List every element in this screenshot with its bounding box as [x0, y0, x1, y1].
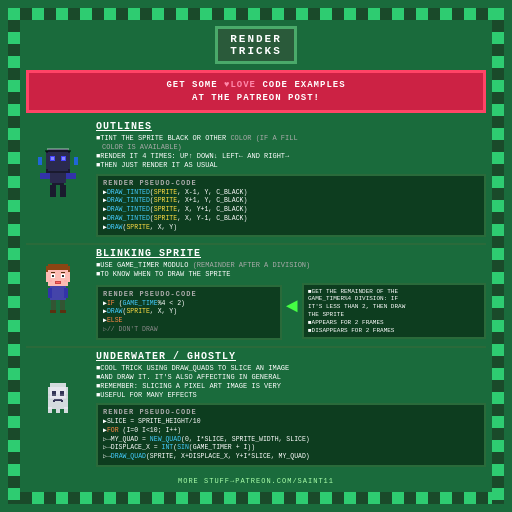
bullet-text: ■REMEMBER: SLICING A PIXEL ART IMAGE IS … — [96, 382, 281, 391]
code-right-text: THE SPRITE — [308, 311, 480, 319]
underwater-section: UNDERWATER / GHOSTLY ■COOL TRICK USING D… — [26, 351, 486, 467]
code-heading: RENDER PSEUDO-CODE — [103, 179, 479, 187]
code-line: ▶DRAW_TINTED(SPRITE, X, Y+1, C_BLACK) — [103, 206, 479, 215]
outer-border: RENDER TRICKS GET SOME ♥LOVE CODE EXAMPL… — [0, 0, 512, 512]
bullet-item: ■COOL TRICK USING DRAW_QUADS TO SLICE AN… — [96, 364, 486, 373]
bullet-item: ■USE GAME_TIMER MODULO (REMAINDER AFTER … — [96, 261, 486, 270]
svg-rect-43 — [64, 407, 68, 413]
svg-rect-10 — [40, 173, 50, 179]
bullet-item: ■USEFUL FOR MANY EFFECTS — [96, 391, 486, 400]
svg-rect-24 — [52, 275, 54, 277]
blinking-sprite — [26, 248, 90, 339]
bullet-item: ■TINT THE SPRITE BLACK OR OTHER COLOR (I… — [96, 134, 486, 143]
checker-border-right — [492, 8, 504, 504]
header-badge: RENDER TRICKS — [215, 26, 297, 64]
outlines-sprite — [26, 121, 90, 237]
svg-rect-37 — [50, 310, 56, 313]
blinking-pseudocode-left: RENDER PSEUDO-CODE ▶IF (GAME_TIME%4 < 2)… — [96, 285, 282, 340]
outlines-pseudocode: RENDER PSEUDO-CODE ▶DRAW_TINTED(SPRITE, … — [96, 174, 486, 238]
svg-rect-40 — [48, 387, 68, 409]
code-right-text: ■APPEARS FOR 2 FRAMES — [308, 319, 480, 327]
arrow-icon: ◄ — [286, 283, 298, 318]
patreon-banner[interactable]: GET SOME ♥LOVE CODE EXAMPLES AT THE PATR… — [26, 70, 486, 113]
heart-icon: ♥LOVE — [224, 80, 256, 90]
outlines-section: OUTLINES ■TINT THE SPRITE BLACK OR OTHER… — [26, 121, 486, 237]
svg-rect-41 — [48, 407, 52, 413]
underwater-sprite — [26, 351, 90, 467]
svg-rect-47 — [53, 400, 55, 402]
blink-sprite-svg — [30, 258, 86, 330]
banner-line1: GET SOME ♥LOVE CODE EXAMPLES — [166, 80, 345, 90]
underwater-heading: UNDERWATER / GHOSTLY — [96, 351, 486, 362]
underwater-pseudocode: RENDER PSEUDO-CODE ▶SLICE = SPRITE_HEIGH… — [96, 403, 486, 467]
svg-rect-5 — [51, 157, 54, 160]
code-line: ▶DRAW_TINTED(SPRITE, X-1, Y, C_BLACK) — [103, 189, 479, 198]
svg-rect-11 — [66, 173, 76, 179]
code-line: ▶SLICE = SPRITE_HEIGHT/10 — [103, 418, 479, 427]
outlines-heading: OUTLINES — [96, 121, 486, 132]
svg-rect-34 — [64, 288, 68, 298]
title-line1: RENDER — [230, 33, 282, 45]
bullet-text: ■COOL TRICK USING DRAW_QUADS TO SLICE AN… — [96, 364, 289, 373]
blinking-pseudocode-right: ■GET THE REMAINDER OF THE GAME_TIMER%4 D… — [302, 283, 486, 340]
svg-rect-12 — [50, 185, 56, 197]
banner-line2: AT THE PATREON POST! — [192, 93, 320, 103]
bullet-text: ■THEN JUST RENDER IT AS USUAL — [96, 161, 218, 170]
bullet-text: ■USE GAME_TIMER MODULO (REMAINDER AFTER … — [96, 261, 310, 270]
code-right-text: GAME_TIMER%4 DIVISION: IF — [308, 295, 480, 303]
checker-border-top — [8, 8, 504, 20]
svg-rect-33 — [48, 288, 52, 298]
underwater-bullets: ■COOL TRICK USING DRAW_QUADS TO SLICE AN… — [96, 364, 486, 400]
blinking-heading: BLINKING SPRITE — [96, 248, 486, 259]
bullet-text: COLOR IS AVAILABLE) — [96, 143, 182, 152]
code-line: ▶DRAW(SPRITE, X, Y) — [103, 224, 479, 233]
main-content: RENDER TRICKS GET SOME ♥LOVE CODE EXAMPL… — [20, 20, 492, 492]
bullet-item: ■THEN JUST RENDER IT AS USUAL — [96, 161, 486, 170]
banner-text: GET SOME ♥LOVE CODE EXAMPLES AT THE PATR… — [39, 79, 473, 104]
code-line: ▶DRAW(SPRITE, X, Y) — [103, 308, 275, 317]
footer-text: MORE STUFF→PATREON.COM/SAINT11 — [178, 477, 334, 485]
code-line: ▶DRAW_TINTED(SPRITE, X, Y-1, C_BLACK) — [103, 215, 479, 224]
svg-rect-30 — [49, 280, 52, 282]
ghost-sprite-svg — [30, 373, 86, 445]
code-line: ▶DRAW_TINTED(SPRITE, X+1, Y, C_BLACK) — [103, 197, 479, 206]
title-line2: TRICKS — [230, 45, 282, 57]
code-line: ▶ELSE — [103, 317, 275, 326]
code-line: ▶IF (GAME_TIME%4 < 2) — [103, 300, 275, 309]
svg-rect-16 — [45, 150, 71, 152]
outlines-content: OUTLINES ■TINT THE SPRITE BLACK OR OTHER… — [96, 121, 486, 237]
bullet-item: ■REMEMBER: SLICING A PIXEL ART IMAGE IS … — [96, 382, 486, 391]
code-right-text: IT'S LESS THAN 2, THEN DRAW — [308, 303, 480, 311]
checker-border-bottom — [8, 492, 504, 504]
code-line: ▷→DISPLACE_X = INT(SIN(GAME_TIMER + I)) — [103, 444, 479, 453]
divider — [26, 243, 486, 245]
blinking-section: BLINKING SPRITE ■USE GAME_TIMER MODULO (… — [26, 248, 486, 339]
svg-rect-27 — [61, 272, 65, 273]
code-line: ▷→DRAW_QUAD(SPRITE, X+DISPLACE_X, Y+I*SL… — [103, 453, 479, 462]
svg-rect-25 — [62, 275, 64, 277]
svg-rect-15 — [74, 157, 78, 165]
code-right-text: ■DISAPPEARS FOR 2 FRAMES — [308, 327, 480, 335]
bullet-text: ■AND DRAW IT. IT'S ALSO AFFECTING IN GEN… — [96, 373, 281, 382]
svg-rect-38 — [60, 310, 66, 313]
svg-rect-13 — [60, 185, 66, 197]
svg-rect-48 — [61, 400, 63, 402]
blinking-bullets: ■USE GAME_TIMER MODULO (REMAINDER AFTER … — [96, 261, 486, 279]
svg-rect-31 — [64, 280, 67, 282]
bullet-text: ■USEFUL FOR MANY EFFECTS — [96, 391, 197, 400]
code-line: ▷→MY_QUAD = NEW_QUAD(0, I*SLICE, SPRITE_… — [103, 436, 479, 445]
header: RENDER TRICKS — [26, 26, 486, 64]
svg-rect-42 — [56, 409, 60, 413]
svg-rect-36 — [60, 300, 65, 310]
underwater-content: UNDERWATER / GHOSTLY ■COOL TRICK USING D… — [96, 351, 486, 467]
code-line: ▷// DON'T DRAW — [103, 326, 275, 335]
svg-rect-35 — [51, 300, 56, 310]
divider — [26, 346, 486, 348]
bullet-text: ■TO KNOW WHEN TO DRAW THE SPRITE — [96, 270, 230, 279]
blinking-content: BLINKING SPRITE ■USE GAME_TIMER MODULO (… — [96, 248, 486, 339]
svg-rect-9 — [50, 173, 66, 183]
svg-rect-29 — [56, 282, 60, 283]
svg-rect-2 — [46, 153, 70, 169]
svg-rect-32 — [50, 286, 66, 300]
outline-sprite-svg — [30, 143, 86, 215]
